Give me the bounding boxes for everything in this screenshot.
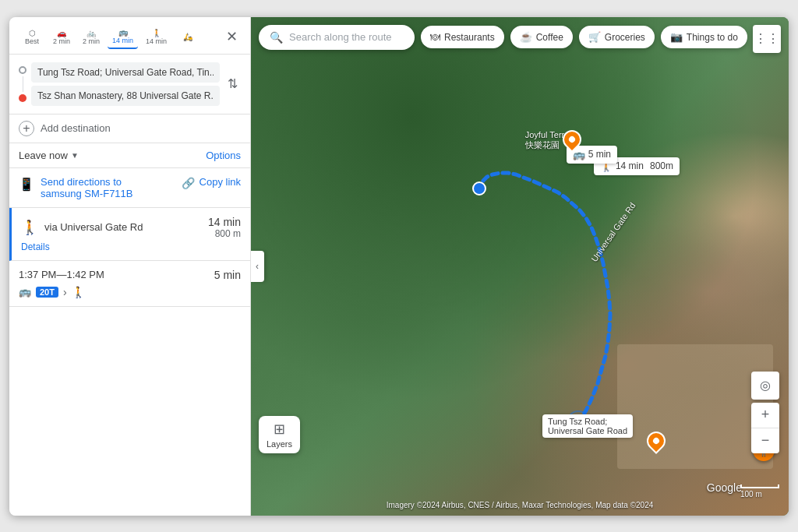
- transit-duration: 5 min: [214, 269, 241, 281]
- mode-walk[interactable]: 🚶 14 min: [141, 26, 171, 48]
- mode-best[interactable]: ⬡ Best: [19, 26, 45, 48]
- filter-things-to-do[interactable]: 📷 Things to do: [661, 26, 747, 48]
- bike-icon: 🚲: [87, 29, 96, 37]
- left-panel: ⬡ Best 🚗 2 min 🚲 2 min 🚌 14 min 🚶 14 min…: [9, 17, 251, 516]
- route-line: [23, 76, 23, 92]
- groceries-icon: 🛒: [588, 31, 601, 43]
- filter-coffee[interactable]: ☕ Coffee: [510, 26, 573, 48]
- coffee-icon: ☕: [520, 31, 532, 43]
- walking-distance: 800 m: [208, 228, 241, 239]
- search-placeholder: Search along the route: [289, 31, 392, 43]
- inputs-column: [31, 62, 220, 106]
- copy-link-label: Copy link: [200, 176, 241, 188]
- close-button[interactable]: ✕: [223, 25, 241, 48]
- route-dots: [19, 66, 26, 102]
- map-controls: ◎ + −: [751, 372, 779, 453]
- destination-input[interactable]: [31, 86, 220, 106]
- car-icon: 🚗: [57, 29, 66, 37]
- restaurants-icon: 🍽: [430, 31, 440, 43]
- details-link[interactable]: Details: [21, 241, 241, 252]
- route-via-label: via Universal Gate Rd: [44, 221, 143, 233]
- google-logo: Google: [707, 481, 742, 494]
- transit-arrow-icon: ›: [63, 286, 67, 298]
- walking-time-dist: 14 min 800 m: [208, 216, 241, 239]
- urban-area-overlay: [617, 344, 773, 469]
- walk-bubble-time: 14 min: [616, 160, 644, 171]
- mode-car-label: 2 min: [53, 37, 70, 45]
- send-directions-button[interactable]: 📱 Send directions to samsung SM-F711B: [19, 176, 143, 199]
- mode-best-label: Best: [25, 37, 39, 45]
- walk-icon: 🚶: [152, 29, 161, 37]
- zoom-out-button[interactable]: −: [751, 428, 779, 453]
- walking-route-option[interactable]: 🚶 via Universal Gate Rd 14 min 800 m Det…: [9, 208, 250, 261]
- best-icon: ⬡: [29, 29, 36, 37]
- transit-icon: 🚌: [118, 28, 128, 37]
- filter-restaurants[interactable]: 🍽 Restaurants: [421, 26, 504, 48]
- main-container: ⬡ Best 🚗 2 min 🚲 2 min 🚌 14 min 🚶 14 min…: [9, 17, 789, 516]
- locate-button[interactable]: ◎: [751, 372, 779, 400]
- bus-bubble-time: 5 min: [588, 149, 611, 160]
- transit-route-option[interactable]: 1:37 PM—1:42 PM 5 min 🚌 20T › 🚶: [9, 261, 250, 307]
- add-dest-label: Add destination: [41, 122, 111, 134]
- walking-time: 14 min: [208, 216, 241, 228]
- swap-button[interactable]: ⇅: [224, 73, 241, 94]
- search-icon: 🔍: [270, 31, 283, 44]
- transit-time-range: 1:37 PM—1:42 PM: [19, 269, 104, 280]
- filter-groceries-label: Groceries: [605, 32, 645, 43]
- link-icon: 🔗: [182, 177, 195, 189]
- grid-button[interactable]: ⋮⋮: [753, 25, 781, 53]
- mode-transit-label: 14 min: [112, 37, 133, 44]
- route-inputs: ⇅: [9, 55, 250, 115]
- walk-bubble-dist: 800m: [650, 160, 673, 171]
- mode-walk-label: 14 min: [146, 37, 167, 45]
- transport-mode-bar: ⬡ Best 🚗 2 min 🚲 2 min 🚌 14 min 🚶 14 min…: [9, 17, 250, 55]
- map-area[interactable]: ‹ 🔍 Search along the route 🍽 Restaurants…: [251, 17, 789, 516]
- mode-car[interactable]: 🚗 2 min: [48, 26, 75, 48]
- zoom-control: + −: [751, 403, 779, 453]
- scale-label: 100 m: [740, 490, 762, 499]
- send-icon: 📱: [19, 177, 34, 192]
- send-directions-label: Send directions to samsung SM-F711B: [41, 176, 143, 199]
- walking-route-header: 🚶 via Universal Gate Rd 14 min 800 m: [21, 216, 241, 239]
- leave-now-label: Leave now: [19, 150, 68, 161]
- leave-now-dropdown[interactable]: Leave now ▼: [19, 150, 79, 161]
- add-destination[interactable]: + Add destination: [9, 115, 250, 143]
- mode-bike-label: 2 min: [83, 37, 100, 45]
- dest-dot: [19, 94, 26, 102]
- bus-icon-small: 🚌: [19, 286, 31, 298]
- add-icon: +: [19, 121, 34, 136]
- location-pin-tung-tsz: Tung Tsz Road;Universal Gate Road: [542, 414, 633, 438]
- layers-label: Layers: [267, 439, 292, 449]
- bus-number-badge: 20T: [36, 287, 58, 298]
- moto-icon: 🛵: [183, 33, 192, 41]
- copy-link-button[interactable]: 🔗 Copy link: [182, 176, 241, 189]
- filter-things-label: Things to do: [687, 32, 738, 43]
- mode-transit[interactable]: 🚌 14 min: [108, 25, 138, 49]
- mode-bike[interactable]: 🚲 2 min: [78, 26, 104, 48]
- options-link[interactable]: Options: [206, 150, 241, 161]
- dropdown-arrow-icon: ▼: [71, 151, 79, 160]
- map-top-bar: 🔍 Search along the route 🍽 Restaurants ☕…: [259, 25, 750, 50]
- transit-steps: 🚌 20T › 🚶: [19, 286, 241, 298]
- filter-restaurants-label: Restaurants: [444, 32, 495, 43]
- origin-dot: [19, 66, 26, 74]
- collapse-panel-button[interactable]: ‹: [251, 251, 264, 282]
- filter-coffee-label: Coffee: [536, 32, 563, 43]
- map-attribution: Imagery ©2024 Airbus, CNES / Airbus, Max…: [387, 501, 654, 509]
- origin-input[interactable]: [31, 62, 220, 83]
- transit-route-header: 1:37 PM—1:42 PM 5 min: [19, 269, 241, 281]
- filter-groceries[interactable]: 🛒 Groceries: [579, 26, 655, 48]
- walking-person-icon: 🚶: [21, 219, 38, 236]
- leave-options-row: Leave now ▼ Options: [9, 143, 250, 168]
- map-search-box[interactable]: 🔍 Search along the route: [259, 25, 415, 50]
- send-copy-section: 📱 Send directions to samsung SM-F711B 🔗 …: [9, 168, 250, 208]
- scale-bar: 100 m: [740, 484, 779, 499]
- mode-moto[interactable]: 🛵: [175, 30, 201, 44]
- walk-icon-small: 🚶: [72, 286, 85, 298]
- layers-button[interactable]: ⊞ Layers: [259, 416, 300, 453]
- walking-mode-info: 🚶 via Universal Gate Rd: [21, 219, 143, 236]
- layers-icon: ⊞: [274, 421, 285, 438]
- camera-icon: 📷: [670, 31, 683, 43]
- zoom-in-button[interactable]: +: [751, 403, 779, 428]
